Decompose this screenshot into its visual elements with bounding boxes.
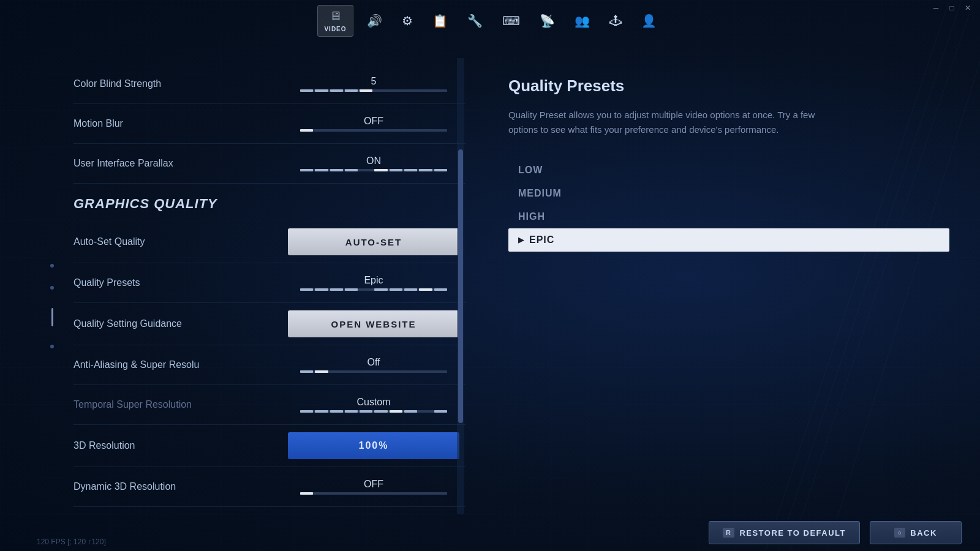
nav-social[interactable]: 👥	[568, 10, 596, 32]
quality-presets-slider[interactable]	[300, 288, 447, 291]
seg	[374, 169, 387, 171]
nav-video[interactable]: 🖥 VIDEO	[317, 5, 353, 37]
seg	[390, 169, 402, 171]
seg	[315, 410, 328, 413]
gear-icon: ⚙	[402, 13, 413, 28]
social-icon: 👥	[575, 13, 590, 28]
seg	[390, 492, 402, 495]
seg	[434, 410, 447, 413]
setting-row-dynamic-3d: Dynamic 3D Resolution OFF	[74, 467, 466, 507]
maximize-button[interactable]: □	[944, 2, 959, 13]
fps-indicator: 120 FPS [; 120 ↑120]	[37, 538, 106, 546]
sidebar	[37, 61, 67, 551]
temporal-sr-value: Custom	[356, 397, 390, 408]
dynamic-3d-control: OFF	[288, 479, 459, 495]
nav-profile[interactable]: 👤	[635, 10, 663, 32]
seg	[419, 169, 432, 171]
seg	[330, 169, 343, 171]
seg	[360, 492, 372, 495]
motion-blur-value: OFF	[364, 116, 383, 127]
seg	[345, 410, 358, 413]
nav-settings[interactable]: ⚙	[396, 10, 419, 32]
monitor-icon: 🖥	[330, 9, 342, 23]
quality-presets-description: Quality Preset allows you to adjust mult…	[508, 108, 827, 137]
setting-row-temporal-sr: Temporal Super Resolution Custom	[74, 385, 466, 425]
preset-item-epic[interactable]: ▶ EPIC	[508, 228, 949, 252]
seg	[434, 288, 447, 291]
seg	[315, 89, 328, 92]
auto-set-control: AUTO-SET	[288, 228, 459, 255]
color-blind-slider[interactable]	[300, 89, 447, 92]
preset-item-medium[interactable]: MEDIUM	[508, 182, 949, 205]
quality-guidance-control: OPEN WEBSITE	[288, 310, 459, 337]
restore-default-button[interactable]: R RESTORE TO DEFAULT	[709, 521, 860, 544]
seg	[404, 370, 417, 373]
scrollbar[interactable]	[457, 58, 464, 514]
open-website-button[interactable]: OPEN WEBSITE	[288, 310, 459, 337]
seg	[419, 288, 432, 291]
seg	[419, 410, 432, 413]
back-button[interactable]: ○ BACK	[870, 521, 962, 544]
motion-blur-slider[interactable]	[300, 129, 447, 132]
close-button[interactable]: ✕	[960, 2, 975, 13]
seg	[374, 410, 387, 413]
top-navigation: 🖥 VIDEO 🔊 ⚙ 📋 🔧 ⌨ 📡 👥 🕹 👤	[0, 0, 980, 55]
preset-epic-label: EPIC	[529, 234, 554, 246]
color-blind-label: Color Blind Strength	[74, 78, 270, 89]
profile-icon: 👤	[641, 13, 657, 28]
seg	[345, 288, 358, 291]
seg	[374, 129, 387, 132]
preset-item-low[interactable]: LOW	[508, 159, 949, 182]
seg	[360, 288, 372, 291]
ui-parallax-slider[interactable]	[300, 169, 447, 171]
seg	[330, 492, 343, 495]
motion-blur-control: OFF	[288, 116, 459, 132]
seg	[360, 129, 372, 132]
auto-set-button[interactable]: AUTO-SET	[288, 228, 459, 255]
seg	[434, 492, 447, 495]
seg	[330, 410, 343, 413]
seg	[315, 492, 328, 495]
seg	[345, 129, 358, 132]
anti-aliasing-slider[interactable]	[300, 370, 447, 373]
right-panel: Quality Presets Quality Preset allows yo…	[478, 58, 980, 514]
nav-gamepad[interactable]: 🕹	[603, 10, 628, 32]
minimize-button[interactable]: ─	[929, 2, 943, 13]
3d-resolution-button[interactable]: 100%	[288, 432, 459, 459]
graphics-quality-header: GRAPHICS QUALITY	[74, 184, 466, 221]
seg	[390, 410, 402, 413]
anti-aliasing-value: Off	[367, 357, 380, 368]
window-chrome: ─ □ ✕	[924, 0, 980, 16]
nav-display[interactable]: 📋	[426, 10, 454, 32]
nav-controls[interactable]: 🔧	[461, 10, 489, 32]
temporal-sr-slider[interactable]	[300, 410, 447, 413]
scrollbar-thumb[interactable]	[458, 149, 463, 423]
audio-icon: 🔊	[367, 13, 382, 28]
seg	[345, 89, 358, 92]
seg	[374, 89, 387, 92]
restore-label: RESTORE TO DEFAULT	[739, 528, 846, 538]
seg	[300, 89, 313, 92]
dynamic-3d-slider[interactable]	[300, 492, 447, 495]
nav-audio[interactable]: 🔊	[361, 10, 388, 32]
seg	[360, 370, 372, 373]
dynamic-3d-value: OFF	[364, 479, 383, 490]
temporal-sr-control: Custom	[288, 397, 459, 413]
seg	[330, 288, 343, 291]
seg	[434, 169, 447, 171]
seg	[404, 169, 417, 171]
nav-keyboard[interactable]: ⌨	[496, 10, 526, 32]
restore-badge: R	[723, 528, 734, 538]
quality-presets-value: Epic	[364, 275, 383, 286]
ui-parallax-value: ON	[366, 156, 381, 167]
controls-icon: 🔧	[467, 13, 483, 28]
nav-network[interactable]: 📡	[533, 10, 561, 32]
setting-row-motion-blur: Motion Blur OFF	[74, 104, 466, 144]
seg	[374, 492, 387, 495]
temporal-sr-label: Temporal Super Resolution	[74, 399, 270, 410]
ui-parallax-control: ON	[288, 156, 459, 171]
settings-list: Color Blind Strength 5	[74, 58, 466, 513]
seg	[434, 89, 447, 92]
anti-aliasing-label: Anti-Aliasing & Super Resolu	[74, 359, 270, 370]
preset-item-high[interactable]: HIGH	[508, 205, 949, 228]
